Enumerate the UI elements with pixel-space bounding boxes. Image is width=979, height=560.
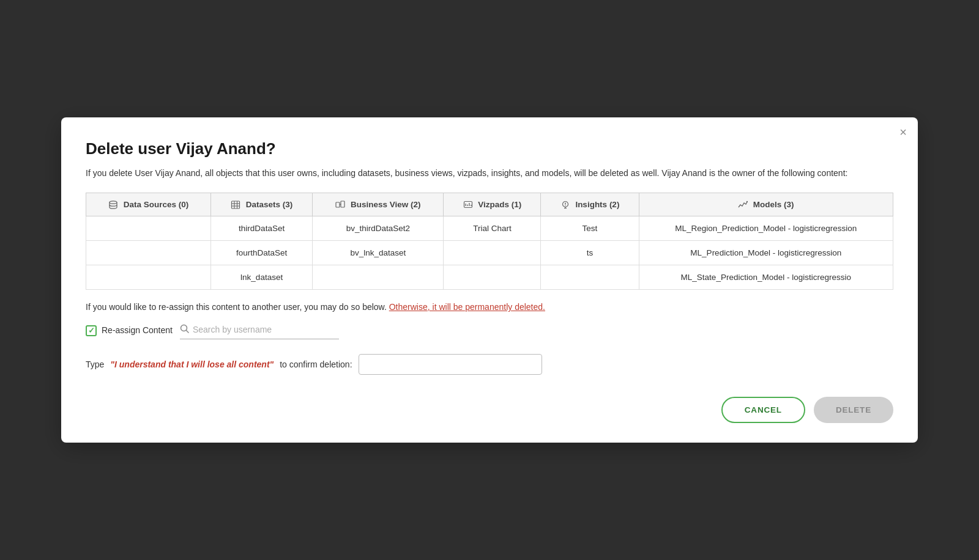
cell-dataset-1: thirdDataSet [211,216,313,241]
col-datasets: Datasets (3) [211,193,313,216]
businessview-icon [335,199,345,210]
cell-dataset-2: fourthDataSet [211,241,313,265]
cell-model-1: ML_Region_Prediction_Model - logisticreg… [639,216,893,241]
reassign-text-before: If you would like to re-assign this cont… [86,302,389,312]
search-icon [180,323,189,337]
dataset-icon [231,199,240,210]
cell-insight-1: Test [541,216,639,241]
col-business-view: Business View (2) [313,193,444,216]
col-insights: Insights (2) [541,193,639,216]
delete-user-modal: × Delete user Vijay Anand? If you delete… [61,117,918,443]
cell-insight-3 [541,265,639,290]
confirm-text-before: Type [86,359,104,369]
col-models: Models (3) [639,193,893,216]
col-datasets-label: Datasets (3) [246,200,293,209]
reassign-row: Re-assign Content [86,323,893,339]
col-vizpads-label: Vizpads (1) [478,200,521,209]
svg-line-21 [186,330,188,333]
cell-datasource-1 [86,216,211,241]
modal-description: If you delete User Vijay Anand, all obje… [86,167,893,180]
confirm-text-after: to confirm deletion: [280,359,352,369]
vizpad-icon [463,199,473,210]
cell-vizpad-2 [444,241,541,265]
svg-rect-6 [336,202,340,207]
cell-datasource-2 [86,241,211,265]
delete-button[interactable]: DELETE [814,397,893,423]
col-vizpads: Vizpads (1) [444,193,541,216]
col-business-view-label: Business View (2) [351,200,421,209]
permanently-deleted-link[interactable]: Otherwise, it will be permanently delete… [389,302,545,312]
reassign-label-text: Re-assign Content [102,324,173,337]
cancel-button[interactable]: CANCEL [721,397,805,423]
col-models-label: Models (3) [753,200,794,209]
reassign-checkbox[interactable] [86,325,97,336]
modal-footer: CANCEL DELETE [86,397,893,423]
svg-rect-1 [231,201,239,208]
svg-point-0 [110,201,117,204]
cell-model-3: ML_State_Prediction_Model - logisticregr… [639,265,893,290]
col-data-sources: Data Sources (0) [86,193,211,216]
cell-bizview-1: bv_thirdDataSet2 [313,216,444,241]
svg-point-18 [565,205,565,205]
cell-vizpad-3 [444,265,541,290]
confirm-row: Type "I understand that I will lose all … [86,354,893,375]
modal-title: Delete user Vijay Anand? [86,139,893,158]
reassign-section: If you would like to re-assign this cont… [86,301,893,339]
svg-rect-7 [341,201,344,207]
search-wrapper [180,323,339,339]
cell-insight-2: ts [541,241,639,265]
cell-vizpad-1: Trial Chart [444,216,541,241]
reassign-checkbox-label[interactable]: Re-assign Content [86,324,173,337]
modal-overlay: × Delete user Vijay Anand? If you delete… [0,0,979,560]
insight-icon [560,199,570,210]
datasource-icon [108,199,118,210]
table-header-row: Data Sources (0) Datasets [86,193,893,216]
cell-dataset-3: lnk_dataset [211,265,313,290]
cell-model-2: ML_Prediction_Model - logisticregression [639,241,893,265]
cell-bizview-2: bv_lnk_dataset [313,241,444,265]
model-icon [738,199,748,210]
close-button[interactable]: × [899,126,907,138]
table-row: thirdDataSet bv_thirdDataSet2 Trial Char… [86,216,893,241]
cell-datasource-3 [86,265,211,290]
confirm-phrase: "I understand that I will lose all conte… [110,359,274,369]
table-row: fourthDataSet bv_lnk_dataset ts ML_Predi… [86,241,893,265]
col-data-sources-label: Data Sources (0) [124,200,189,209]
col-insights-label: Insights (2) [575,200,619,209]
content-ownership-table: Data Sources (0) Datasets [86,193,893,290]
cell-bizview-3 [313,265,444,290]
table-row: lnk_dataset ML_State_Prediction_Model - … [86,265,893,290]
search-username-input[interactable] [193,325,327,334]
confirm-deletion-input[interactable] [359,354,542,375]
